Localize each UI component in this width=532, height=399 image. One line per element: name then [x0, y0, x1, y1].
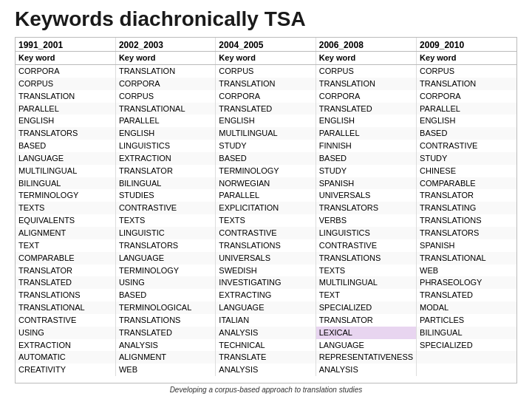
table-row: EQUIVALENTSTEXTSTEXTSVERBSTRANSLATIONS [16, 214, 516, 227]
table-row: ENGLISHPARALLELENGLISHENGLISHENGLISH [16, 115, 516, 127]
cell-13-3: LINGUISTICS [316, 227, 416, 239]
cell-22-0: EXTRACTION [16, 339, 115, 352]
cell-16-1: TERMINOLOGY [115, 265, 215, 277]
table-wrapper: 1991_20012002_20032004_20052006_20082009… [15, 37, 517, 383]
cell-3-3: TRANSLATED [316, 103, 416, 115]
cell-20-2: ITALIAN [216, 314, 316, 327]
table-row: BASEDLINGUISTICSSTUDYFINNISHCONTRASTIVE [16, 140, 516, 152]
cell-4-3: ENGLISH [316, 115, 416, 127]
table-row: TRANSLATORSENGLISHMULTILINGUALPARALLELBA… [16, 127, 516, 140]
keywords-table: 1991_20012002_20032004_20052006_20082009… [16, 38, 516, 376]
cell-19-2: LANGUAGE [216, 301, 316, 314]
cell-2-4: CORPORA [417, 90, 516, 103]
cell-24-1: WEB [115, 364, 215, 376]
cell-1-4: TRANSLATION [417, 78, 516, 90]
cell-12-1: TEXTS [115, 214, 215, 227]
cell-15-1: LANGUAGE [115, 252, 215, 265]
cell-7-4: STUDY [417, 152, 516, 165]
cell-8-1: TRANSLATOR [115, 165, 215, 177]
cell-20-4: PARTICLES [417, 314, 516, 327]
cell-23-2: TRANSLATE [216, 351, 316, 364]
table-row: TRANSLATIONCORPUSCORPORACORPORACORPORA [16, 90, 516, 103]
cell-24-3: ANALYSIS [316, 364, 416, 376]
cell-15-0: COMPARABLE [16, 252, 115, 265]
cell-4-0: ENGLISH [16, 115, 115, 127]
cell-22-4: SPECIALIZED [417, 339, 516, 352]
cell-6-1: LINGUISTICS [115, 140, 215, 152]
cell-4-4: ENGLISH [417, 115, 516, 127]
cell-13-2: CONTRASTIVE [216, 227, 316, 239]
cell-22-3: LANGUAGE [316, 339, 416, 352]
cell-6-3: FINNISH [316, 140, 416, 152]
cell-4-2: ENGLISH [216, 115, 316, 127]
cell-17-2: INVESTIGATING [216, 276, 316, 289]
col-year-1: 2002_2003 [115, 38, 215, 52]
cell-23-3: REPRESENTATIVENESS [316, 351, 416, 364]
cell-2-3: CORPORA [316, 90, 416, 103]
cell-12-0: EQUIVALENTS [16, 214, 115, 227]
cell-17-1: USING [115, 276, 215, 289]
table-row: BILINGUALBILINGUALNORWEGIANSPANISHCOMPAR… [16, 177, 516, 190]
cell-22-1: ANALYSIS [115, 339, 215, 352]
col-kw-3: Key word [316, 52, 416, 65]
table-row: TRANSLATEDUSINGINVESTIGATINGMULTILINGUAL… [16, 276, 516, 289]
col-year-2: 2004_2005 [216, 38, 316, 52]
cell-5-0: TRANSLATORS [16, 127, 115, 140]
col-year-3: 2006_2008 [316, 38, 416, 52]
cell-19-3: SPECIALIZED [316, 301, 416, 314]
cell-21-4: BILINGUAL [417, 327, 516, 339]
cell-0-3: CORPUS [316, 65, 416, 78]
cell-7-3: BASED [316, 152, 416, 165]
cell-5-3: PARALLEL [316, 127, 416, 140]
cell-13-0: ALIGNMENT [16, 227, 115, 239]
cell-1-0: CORPUS [16, 78, 115, 90]
cell-9-4: COMPARABLE [417, 177, 516, 190]
footer-note: Developing a corpus-based approach to tr… [15, 383, 517, 395]
col-kw-0: Key word [16, 52, 115, 65]
cell-10-2: PARALLEL [216, 189, 316, 202]
cell-12-2: TEXTS [216, 214, 316, 227]
cell-16-2: SWEDISH [216, 265, 316, 277]
cell-5-4: BASED [417, 127, 516, 140]
cell-3-1: TRANSLATIONAL [115, 103, 215, 115]
table-row: COMPARABLELANGUAGEUNIVERSALSTRANSLATIONS… [16, 252, 516, 265]
cell-21-3: LEXICAL [316, 327, 416, 339]
table-row: CORPORATRANSLATIONCORPUSCORPUSCORPUS [16, 65, 516, 78]
cell-11-3: TRANSLATORS [316, 202, 416, 214]
cell-3-0: PARALLEL [16, 103, 115, 115]
table-row: CREATIVITYWEBANALYSISANALYSIS [16, 364, 516, 376]
cell-22-2: TECHNICAL [216, 339, 316, 352]
cell-19-4: MODAL [417, 301, 516, 314]
cell-4-1: PARALLEL [115, 115, 215, 127]
cell-12-4: TRANSLATIONS [417, 214, 516, 227]
cell-9-2: NORWEGIAN [216, 177, 316, 190]
cell-24-2: ANALYSIS [216, 364, 316, 376]
cell-14-2: TRANSLATIONS [216, 239, 316, 252]
cell-18-1: BASED [115, 289, 215, 301]
page: Keywords diachronically TSA 1991_2001200… [0, 0, 532, 399]
cell-9-0: BILINGUAL [16, 177, 115, 190]
cell-14-4: SPANISH [417, 239, 516, 252]
cell-14-0: TEXT [16, 239, 115, 252]
cell-2-2: CORPORA [216, 90, 316, 103]
cell-10-0: TERMINOLOGY [16, 189, 115, 202]
cell-16-3: TEXTS [316, 265, 416, 277]
cell-9-3: SPANISH [316, 177, 416, 190]
cell-6-2: STUDY [216, 140, 316, 152]
cell-14-3: CONTRASTIVE [316, 239, 416, 252]
cell-21-0: USING [16, 327, 115, 339]
col-year-0: 1991_2001 [16, 38, 115, 52]
cell-3-4: PARALLEL [417, 103, 516, 115]
table-row: EXTRACTIONANALYSISTECHNICALLANGUAGESPECI… [16, 339, 516, 352]
cell-12-3: VERBS [316, 214, 416, 227]
cell-10-3: UNIVERSALS [316, 189, 416, 202]
table-row: PARALLELTRANSLATIONALTRANSLATEDTRANSLATE… [16, 103, 516, 115]
cell-13-4: TRANSLATORS [417, 227, 516, 239]
cell-23-0: AUTOMATIC [16, 351, 115, 364]
table-row: AUTOMATICALIGNMENTTRANSLATEREPRESENTATIV… [16, 351, 516, 364]
table-row: TRANSLATORTERMINOLOGYSWEDISHTEXTSWEB [16, 265, 516, 277]
cell-17-0: TRANSLATED [16, 276, 115, 289]
cell-24-0: CREATIVITY [16, 364, 115, 376]
cell-15-4: TRANSLATIONAL [417, 252, 516, 265]
cell-15-3: TRANSLATIONS [316, 252, 416, 265]
